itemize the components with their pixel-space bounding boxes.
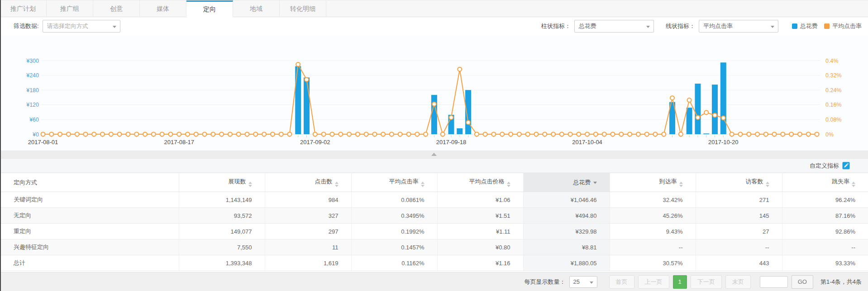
targeting-filter-select[interactable]: 请选择定向方式 xyxy=(43,20,120,33)
tab-targeting[interactable]: 定向 xyxy=(186,0,233,17)
svg-text:¥60: ¥60 xyxy=(29,117,39,123)
per-page-select[interactable]: 25 xyxy=(569,276,597,288)
col-header-label: 平均点击率 xyxy=(389,178,419,185)
svg-text:¥300: ¥300 xyxy=(26,58,39,64)
col-header-method: 定向方式 xyxy=(0,173,179,192)
chart-legend: 总花费平均点击率 xyxy=(792,22,862,30)
cell-method: 关键词定向 xyxy=(0,192,179,208)
cell-clicks: 11 xyxy=(265,239,351,255)
cell-total-spend: ¥329.98 xyxy=(523,224,610,239)
cell-method: 总计 xyxy=(0,255,179,271)
svg-text:0.24%: 0.24% xyxy=(825,87,841,94)
filter-label: 筛选数据: xyxy=(14,22,39,30)
per-page-value: 25 xyxy=(573,278,580,285)
bar-metric-value: 总花费 xyxy=(579,22,596,30)
col-header-total-spend[interactable]: 总花费 xyxy=(523,173,610,192)
svg-text:2017-09-18: 2017-09-18 xyxy=(436,139,467,146)
prev-page-button[interactable]: 上一页 xyxy=(638,275,669,289)
table-row: 无定向93,5723270.3495%¥1.51¥494.8045.26%145… xyxy=(0,208,868,224)
filter-group: 筛选数据: 请选择定向方式 xyxy=(14,20,120,33)
cell-visitors: 271 xyxy=(696,192,782,208)
col-header-impressions[interactable]: 展现数 xyxy=(179,173,265,192)
cell-avg-cpc: ¥0.80 xyxy=(437,239,523,255)
col-header-bounce-rate[interactable]: 跳失率 xyxy=(782,173,868,192)
chart-collapse-strip[interactable] xyxy=(0,150,868,159)
col-header-clicks[interactable]: 点击数 xyxy=(265,173,351,192)
sort-arrows-icon xyxy=(679,182,683,187)
cell-avg-cpc: ¥1.11 xyxy=(437,224,523,239)
svg-text:2017-10-20: 2017-10-20 xyxy=(708,139,739,146)
col-header-label: 访客数 xyxy=(746,178,763,185)
cell-bounce-rate: 93.33% xyxy=(782,255,868,271)
current-page-button[interactable]: 1 xyxy=(673,275,687,289)
legend-item-total-spend[interactable]: 总花费 xyxy=(792,22,818,30)
col-header-label: 点击数 xyxy=(315,178,333,185)
tab-conversion-detail[interactable]: 转化明细 xyxy=(280,0,326,17)
targeting-table-wrap: 定向方式展现数点击数平均点击率平均点击价格总花费到达率访客数跳失率 关键词定向1… xyxy=(0,173,868,271)
cell-clicks: 297 xyxy=(265,224,351,239)
tab-media[interactable]: 媒体 xyxy=(140,0,186,17)
pagination-summary: 第1-4条，共4条 xyxy=(820,278,862,286)
col-header-visitors[interactable]: 访客数 xyxy=(696,173,782,192)
line-metric-select[interactable]: 平均点击率 xyxy=(699,20,778,33)
next-page-button[interactable]: 下一页 xyxy=(691,275,722,289)
legend-swatch-total-spend xyxy=(792,23,797,29)
left-edge-divider xyxy=(0,0,1,291)
first-page-button[interactable]: 首页 xyxy=(609,275,634,289)
cell-reach-rate: -- xyxy=(610,239,696,255)
cell-total-spend: ¥8.81 xyxy=(523,239,610,255)
bar-metric-select[interactable]: 总花费 xyxy=(574,20,654,33)
chevron-down-icon xyxy=(771,26,774,28)
cell-clicks: 1,619 xyxy=(265,255,351,271)
svg-text:0%: 0% xyxy=(825,131,834,138)
svg-text:2017-08-17: 2017-08-17 xyxy=(164,139,194,146)
cell-impressions: 93,572 xyxy=(179,208,265,224)
sort-arrows-icon xyxy=(507,182,510,187)
table-row: 总计1,393,3481,6190.1162%¥1.16¥1,880.0530.… xyxy=(0,255,868,271)
cell-avg-cpc: ¥1.51 xyxy=(437,208,523,224)
table-row: 兴趣特征定向7,550110.1457%¥0.80¥8.81------ xyxy=(0,239,868,255)
cell-avg-cpc: ¥1.16 xyxy=(437,255,523,271)
cell-avg-cpc: ¥1.06 xyxy=(437,192,523,208)
line-metric-value: 平均点击率 xyxy=(703,22,733,30)
bar-metric-label: 柱状指标： xyxy=(541,22,571,30)
cell-total-spend: ¥494.80 xyxy=(523,208,610,224)
legend-item-avg-ctr[interactable]: 平均点击率 xyxy=(824,22,862,30)
col-header-label: 到达率 xyxy=(659,178,677,185)
legend-label: 总花费 xyxy=(800,22,818,30)
col-header-avg-ctr[interactable]: 平均点击率 xyxy=(351,173,437,192)
cell-method: 无定向 xyxy=(0,208,179,224)
targeting-filter-placeholder: 请选择定向方式 xyxy=(47,22,88,30)
col-header-label: 平均点击价格 xyxy=(469,178,505,185)
table-row: 关键词定向1,143,1499840.0861%¥1.06¥1,046.4632… xyxy=(0,192,868,208)
last-page-button[interactable]: 末页 xyxy=(725,275,751,289)
filter-toolbar: 筛选数据: 请选择定向方式 柱状指标： 总花费 线状指标： 平均点击率 总花费平… xyxy=(0,17,868,35)
col-header-avg-cpc[interactable]: 平均点击价格 xyxy=(437,173,523,192)
col-header-reach-rate[interactable]: 到达率 xyxy=(610,173,696,192)
tab-promotion-group[interactable]: 推广组 xyxy=(47,0,93,17)
combo-chart-svg: ¥00%¥600.08%¥1200.16%¥1800.24%¥2400.32%¥… xyxy=(0,35,868,150)
go-button[interactable]: GO xyxy=(792,275,813,289)
svg-text:0.4%: 0.4% xyxy=(825,58,839,64)
edit-metrics-icon[interactable] xyxy=(842,162,850,169)
chevron-down-icon xyxy=(113,26,116,28)
per-page-label: 每页显示数量： xyxy=(525,278,566,286)
targeting-metrics-table: 定向方式展现数点击数平均点击率平均点击价格总花费到达率访客数跳失率 关键词定向1… xyxy=(0,173,868,271)
tab-region[interactable]: 地域 xyxy=(233,0,280,17)
tab-creative[interactable]: 创意 xyxy=(93,0,140,17)
sort-arrows-icon xyxy=(766,182,769,187)
cell-impressions: 1,143,149 xyxy=(179,192,265,208)
collapse-chart-icon xyxy=(431,153,437,156)
col-header-label: 跳失率 xyxy=(832,178,849,185)
svg-text:2017-08-01: 2017-08-01 xyxy=(28,139,58,146)
sort-arrows-icon xyxy=(335,182,339,187)
go-to-page-input[interactable] xyxy=(760,276,788,288)
sort-arrows-icon xyxy=(248,182,252,187)
cell-bounce-rate: 87.16% xyxy=(782,208,868,224)
tab-promotion-plan[interactable]: 推广计划 xyxy=(0,0,47,17)
cell-clicks: 327 xyxy=(265,208,351,224)
cell-avg-ctr: 0.3495% xyxy=(351,208,437,224)
legend-swatch-avg-ctr xyxy=(824,23,830,29)
chevron-down-icon xyxy=(590,282,593,284)
svg-text:0.16%: 0.16% xyxy=(825,102,841,108)
